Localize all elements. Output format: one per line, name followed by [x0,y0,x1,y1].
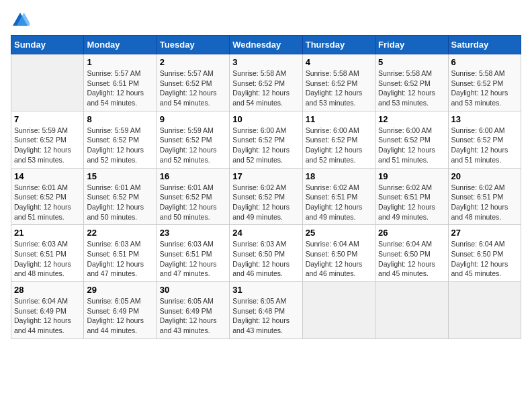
calendar-cell: 17Sunrise: 6:02 AMSunset: 6:52 PMDayligh… [230,168,302,225]
day-number: 1 [87,57,153,67]
day-info: Sunrise: 6:03 AMSunset: 6:51 PMDaylight:… [160,239,226,279]
day-info: Sunrise: 6:04 AMSunset: 6:49 PMDaylight:… [14,296,81,336]
calendar-cell: 7Sunrise: 5:59 AMSunset: 6:52 PMDaylight… [11,111,84,168]
calendar-cell: 5Sunrise: 5:58 AMSunset: 6:52 PMDaylight… [375,54,448,111]
calendar-cell: 22Sunrise: 6:03 AMSunset: 6:51 PMDayligh… [84,225,157,282]
day-info: Sunrise: 6:00 AMSunset: 6:52 PMDaylight:… [232,126,299,165]
calendar-cell: 21Sunrise: 6:03 AMSunset: 6:51 PMDayligh… [11,225,84,282]
day-info: Sunrise: 5:59 AMSunset: 6:52 PMDaylight:… [14,126,81,165]
calendar-week-5: 28Sunrise: 6:04 AMSunset: 6:49 PMDayligh… [11,282,521,339]
day-info: Sunrise: 6:05 AMSunset: 6:49 PMDaylight:… [160,296,226,336]
header-cell-monday: Monday [84,36,157,54]
calendar-cell [11,54,84,111]
day-info: Sunrise: 6:02 AMSunset: 6:52 PMDaylight:… [232,183,299,222]
day-number: 2 [160,57,226,67]
day-number: 3 [232,57,299,67]
day-number: 18 [306,171,372,181]
header-cell-thursday: Thursday [302,36,375,54]
day-info: Sunrise: 6:02 AMSunset: 6:51 PMDaylight:… [306,183,372,222]
header-cell-friday: Friday [375,36,448,54]
day-info: Sunrise: 5:58 AMSunset: 6:52 PMDaylight:… [451,68,518,108]
calendar-week-4: 21Sunrise: 6:03 AMSunset: 6:51 PMDayligh… [11,225,521,282]
day-number: 11 [306,114,372,124]
calendar-cell: 18Sunrise: 6:02 AMSunset: 6:51 PMDayligh… [302,168,375,225]
calendar-cell: 8Sunrise: 5:59 AMSunset: 6:52 PMDaylight… [84,111,157,168]
day-number: 26 [378,228,445,238]
day-info: Sunrise: 6:01 AMSunset: 6:52 PMDaylight:… [160,183,226,222]
calendar-week-3: 14Sunrise: 6:01 AMSunset: 6:52 PMDayligh… [11,168,521,225]
calendar-cell: 31Sunrise: 6:05 AMSunset: 6:48 PMDayligh… [230,282,302,339]
day-number: 27 [451,228,518,238]
day-number: 25 [306,228,372,238]
day-info: Sunrise: 6:04 AMSunset: 6:50 PMDaylight:… [378,239,445,279]
calendar-week-2: 7Sunrise: 5:59 AMSunset: 6:52 PMDaylight… [11,111,521,168]
day-info: Sunrise: 6:02 AMSunset: 6:51 PMDaylight:… [378,183,445,222]
day-number: 24 [232,228,299,238]
day-info: Sunrise: 6:02 AMSunset: 6:51 PMDaylight:… [451,183,518,222]
day-number: 13 [451,114,518,124]
day-number: 17 [232,171,299,181]
calendar-cell: 25Sunrise: 6:04 AMSunset: 6:50 PMDayligh… [302,225,375,282]
calendar-cell: 4Sunrise: 5:58 AMSunset: 6:52 PMDaylight… [302,54,375,111]
day-number: 21 [14,228,81,238]
calendar-cell: 24Sunrise: 6:03 AMSunset: 6:50 PMDayligh… [230,225,302,282]
calendar-cell: 14Sunrise: 6:01 AMSunset: 6:52 PMDayligh… [11,168,84,225]
day-number: 30 [160,285,226,295]
calendar-cell: 16Sunrise: 6:01 AMSunset: 6:52 PMDayligh… [157,168,229,225]
header-cell-wednesday: Wednesday [230,36,302,54]
day-info: Sunrise: 5:57 AMSunset: 6:51 PMDaylight:… [87,68,153,108]
day-number: 20 [451,171,518,181]
day-number: 14 [14,171,81,181]
calendar-cell: 28Sunrise: 6:04 AMSunset: 6:49 PMDayligh… [11,282,84,339]
day-number: 7 [14,114,81,124]
day-number: 9 [160,114,226,124]
logo-icon [11,11,30,30]
calendar-week-1: 1Sunrise: 5:57 AMSunset: 6:51 PMDaylight… [11,54,521,111]
calendar-cell [375,282,448,339]
day-info: Sunrise: 6:04 AMSunset: 6:50 PMDaylight:… [306,239,372,279]
calendar-cell: 27Sunrise: 6:04 AMSunset: 6:50 PMDayligh… [448,225,521,282]
day-number: 4 [306,57,372,67]
logo [11,11,32,30]
header [11,11,521,30]
day-info: Sunrise: 5:58 AMSunset: 6:52 PMDaylight:… [378,68,445,108]
calendar-cell [302,282,375,339]
calendar-cell: 23Sunrise: 6:03 AMSunset: 6:51 PMDayligh… [157,225,229,282]
header-cell-sunday: Sunday [11,36,84,54]
calendar-cell: 6Sunrise: 5:58 AMSunset: 6:52 PMDaylight… [448,54,521,111]
calendar-cell: 30Sunrise: 6:05 AMSunset: 6:49 PMDayligh… [157,282,229,339]
day-number: 31 [232,285,299,295]
day-info: Sunrise: 6:00 AMSunset: 6:52 PMDaylight:… [451,126,518,165]
calendar-cell: 9Sunrise: 5:59 AMSunset: 6:52 PMDaylight… [157,111,229,168]
day-number: 5 [378,57,445,67]
day-number: 22 [87,228,153,238]
calendar-header-row: SundayMondayTuesdayWednesdayThursdayFrid… [11,36,521,54]
calendar-cell: 10Sunrise: 6:00 AMSunset: 6:52 PMDayligh… [230,111,302,168]
day-info: Sunrise: 6:00 AMSunset: 6:52 PMDaylight:… [378,126,445,165]
day-info: Sunrise: 6:00 AMSunset: 6:52 PMDaylight:… [306,126,372,165]
day-number: 16 [160,171,226,181]
day-info: Sunrise: 6:05 AMSunset: 6:48 PMDaylight:… [232,296,299,336]
header-cell-saturday: Saturday [448,36,521,54]
day-info: Sunrise: 6:03 AMSunset: 6:51 PMDaylight:… [14,239,81,279]
calendar-table: SundayMondayTuesdayWednesdayThursdayFrid… [11,35,521,339]
day-number: 15 [87,171,153,181]
calendar-cell: 2Sunrise: 5:57 AMSunset: 6:52 PMDaylight… [157,54,229,111]
day-number: 12 [378,114,445,124]
day-info: Sunrise: 5:59 AMSunset: 6:52 PMDaylight:… [87,126,153,165]
day-number: 29 [87,285,153,295]
day-number: 6 [451,57,518,67]
day-number: 8 [87,114,153,124]
calendar-cell: 12Sunrise: 6:00 AMSunset: 6:52 PMDayligh… [375,111,448,168]
calendar-cell: 20Sunrise: 6:02 AMSunset: 6:51 PMDayligh… [448,168,521,225]
day-info: Sunrise: 6:03 AMSunset: 6:51 PMDaylight:… [87,239,153,279]
calendar-cell: 11Sunrise: 6:00 AMSunset: 6:52 PMDayligh… [302,111,375,168]
day-info: Sunrise: 6:04 AMSunset: 6:50 PMDaylight:… [451,239,518,279]
day-info: Sunrise: 6:01 AMSunset: 6:52 PMDaylight:… [14,183,81,222]
day-number: 10 [232,114,299,124]
day-number: 23 [160,228,226,238]
calendar-cell: 15Sunrise: 6:01 AMSunset: 6:52 PMDayligh… [84,168,157,225]
day-number: 19 [378,171,445,181]
day-info: Sunrise: 6:05 AMSunset: 6:49 PMDaylight:… [87,296,153,336]
calendar-cell: 1Sunrise: 5:57 AMSunset: 6:51 PMDaylight… [84,54,157,111]
